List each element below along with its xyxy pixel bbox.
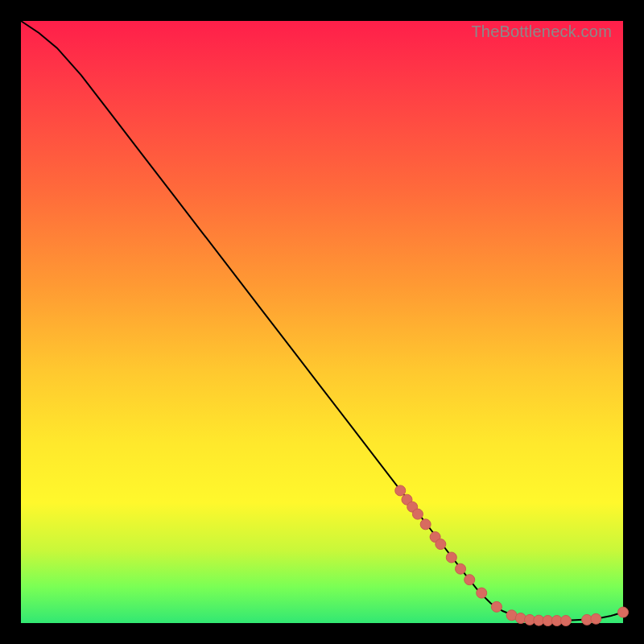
chart-svg — [21, 21, 623, 623]
data-marker — [412, 509, 423, 519]
data-marker — [420, 519, 431, 530]
data-marker — [464, 575, 475, 585]
data-marker — [560, 616, 571, 626]
data-marker — [491, 601, 502, 612]
data-marker — [436, 539, 446, 550]
bottleneck-curve — [21, 21, 623, 621]
marker-layer — [395, 485, 629, 626]
data-marker — [456, 564, 466, 574]
data-marker — [477, 588, 487, 598]
chart-frame: TheBottleneck.com — [0, 0, 644, 644]
data-marker — [618, 607, 629, 617]
data-marker — [446, 552, 456, 563]
data-marker — [591, 613, 601, 624]
data-marker — [395, 485, 406, 496]
plot-area: TheBottleneck.com — [21, 21, 623, 623]
